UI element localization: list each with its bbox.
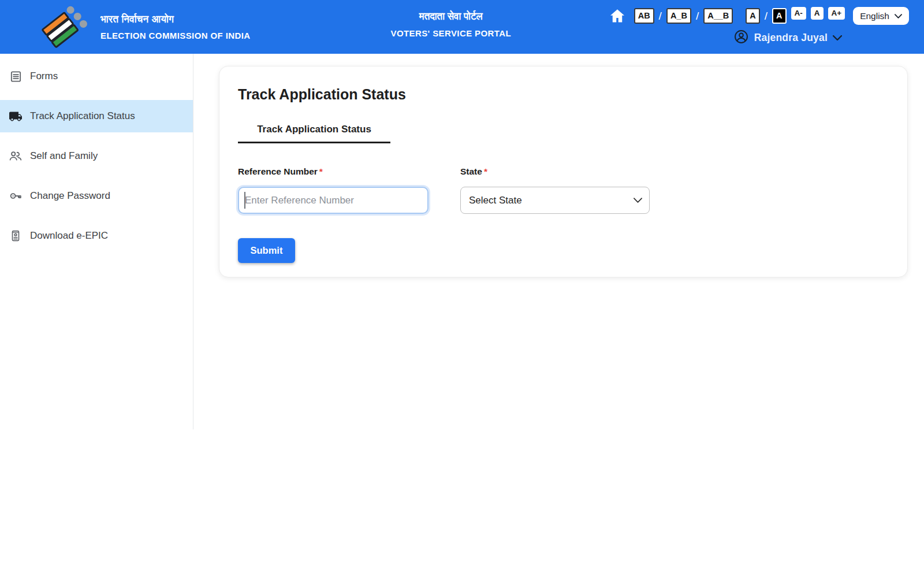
track-form: Reference Number* State* Select State xyxy=(238,166,889,214)
home-icon[interactable] xyxy=(609,8,626,25)
accessibility-toolbar: AB / A_B / A__B A / A A- A A+ English xyxy=(609,7,909,25)
reference-number-label: Reference Number* xyxy=(238,166,429,177)
user-menu[interactable]: Rajendra Juyal xyxy=(733,29,842,47)
state-label: State* xyxy=(460,166,650,177)
sidebar: Forms Track Application Status Self and … xyxy=(0,54,193,429)
sidebar-item-label: Self and Family xyxy=(30,150,98,162)
letter-spacing-normal-button[interactable]: AB xyxy=(634,8,654,24)
app-header: भारत निर्वाचन आयोग ELECTION COMMISSION O… xyxy=(0,0,924,54)
brand-name-hindi: भारत निर्वाचन आयोग xyxy=(100,14,251,25)
sidebar-item-forms[interactable]: Forms xyxy=(0,60,193,92)
submit-button[interactable]: Submit xyxy=(238,238,295,263)
header-controls: AB / A_B / A__B A / A A- A A+ English xyxy=(609,7,924,47)
chevron-down-icon xyxy=(895,14,902,18)
chevron-down-icon xyxy=(833,35,842,40)
track-application-card: Track Application Status Track Applicati… xyxy=(219,66,908,277)
font-normal-button[interactable]: A xyxy=(811,7,824,20)
required-asterisk: * xyxy=(484,166,487,176)
state-field-group: State* Select State xyxy=(460,166,650,214)
contrast-dark-button[interactable]: A xyxy=(772,8,786,24)
sidebar-item-label: Forms xyxy=(30,71,58,82)
state-select[interactable]: Select State xyxy=(460,187,650,214)
tab-track-application-status[interactable]: Track Application Status xyxy=(238,118,390,143)
epic-card-icon xyxy=(9,229,23,243)
sidebar-item-track-application-status[interactable]: Track Application Status xyxy=(0,100,193,132)
brand-name-english: ELECTION COMMISSION OF INDIA xyxy=(100,31,251,40)
brand-text: भारत निर्वाचन आयोग ELECTION COMMISSION O… xyxy=(100,14,251,40)
user-name: Rajendra Juyal xyxy=(754,32,828,44)
sidebar-item-label: Change Password xyxy=(30,190,110,202)
brand: भारत निर्वाचन आयोग ELECTION COMMISSION O… xyxy=(0,4,251,50)
sidebar-item-download-e-epic[interactable]: Download e-EPIC xyxy=(0,220,193,252)
form-document-icon xyxy=(9,69,23,83)
truck-icon xyxy=(9,109,23,123)
people-icon xyxy=(9,149,23,163)
reference-number-input[interactable] xyxy=(238,187,429,214)
page-title: Track Application Status xyxy=(238,86,889,103)
portal-title-english: VOTERS' SERVICE PORTAL xyxy=(391,28,512,38)
app-body: Forms Track Application Status Self and … xyxy=(0,54,924,429)
user-avatar-icon xyxy=(733,29,749,47)
portal-title: मतदाता सेवा पोर्टल VOTERS' SERVICE PORTA… xyxy=(391,11,512,38)
letter-spacing-wide-button[interactable]: A__B xyxy=(703,8,733,24)
language-selector[interactable]: English xyxy=(853,7,909,25)
contrast-normal-button[interactable]: A xyxy=(746,8,759,24)
sidebar-item-self-and-family[interactable]: Self and Family xyxy=(0,140,193,172)
font-decrease-button[interactable]: A- xyxy=(791,7,806,20)
sidebar-item-change-password[interactable]: Change Password xyxy=(0,180,193,212)
tab-bar: Track Application Status xyxy=(238,118,889,143)
reference-number-field-group: Reference Number* xyxy=(238,166,429,214)
portal-title-hindi: मतदाता सेवा पोर्टल xyxy=(391,11,512,23)
letter-spacing-medium-button[interactable]: A_B xyxy=(666,8,691,24)
sidebar-item-label: Track Application Status xyxy=(30,110,135,122)
separator-slash: / xyxy=(659,10,662,23)
font-increase-button[interactable]: A+ xyxy=(828,7,845,20)
eci-logo[interactable] xyxy=(36,4,91,50)
key-icon xyxy=(9,189,23,203)
text-caret xyxy=(244,192,245,209)
separator-slash: / xyxy=(696,10,699,23)
separator-slash: / xyxy=(765,10,767,23)
required-asterisk: * xyxy=(319,166,323,176)
language-selected-label: English xyxy=(860,11,889,21)
sidebar-item-label: Download e-EPIC xyxy=(30,230,108,242)
main-content: Track Application Status Track Applicati… xyxy=(193,54,924,429)
